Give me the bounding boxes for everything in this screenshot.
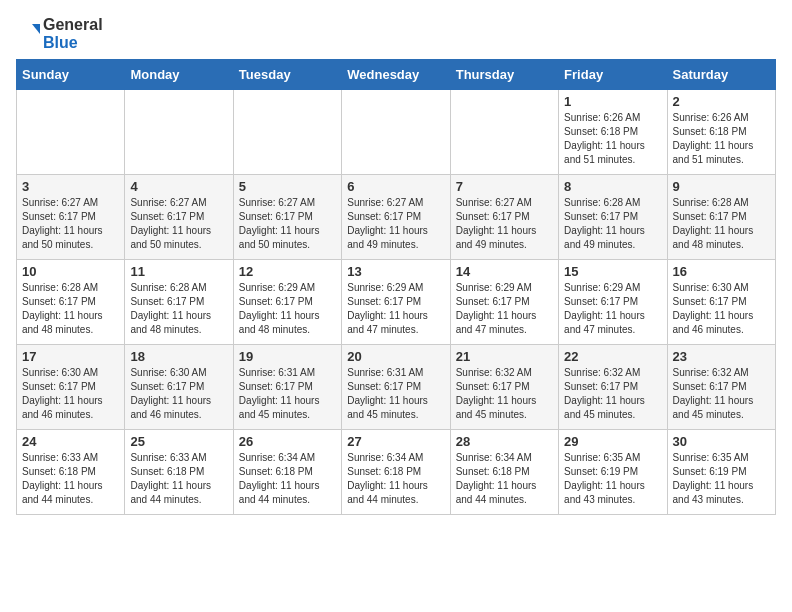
day-number: 14 [456, 264, 553, 279]
day-info: Sunrise: 6:32 AM Sunset: 6:17 PM Dayligh… [673, 366, 770, 422]
calendar-cell: 10Sunrise: 6:28 AM Sunset: 6:17 PM Dayli… [17, 260, 125, 345]
day-info: Sunrise: 6:29 AM Sunset: 6:17 PM Dayligh… [564, 281, 661, 337]
day-info: Sunrise: 6:29 AM Sunset: 6:17 PM Dayligh… [239, 281, 336, 337]
day-info: Sunrise: 6:30 AM Sunset: 6:17 PM Dayligh… [673, 281, 770, 337]
calendar-cell: 29Sunrise: 6:35 AM Sunset: 6:19 PM Dayli… [559, 430, 667, 515]
weekday-header-wednesday: Wednesday [342, 60, 450, 90]
day-number: 2 [673, 94, 770, 109]
calendar-cell: 25Sunrise: 6:33 AM Sunset: 6:18 PM Dayli… [125, 430, 233, 515]
day-info: Sunrise: 6:35 AM Sunset: 6:19 PM Dayligh… [673, 451, 770, 507]
svg-rect-0 [16, 22, 34, 44]
calendar-cell: 15Sunrise: 6:29 AM Sunset: 6:17 PM Dayli… [559, 260, 667, 345]
calendar-cell: 6Sunrise: 6:27 AM Sunset: 6:17 PM Daylig… [342, 175, 450, 260]
calendar-cell: 1Sunrise: 6:26 AM Sunset: 6:18 PM Daylig… [559, 90, 667, 175]
weekday-header-tuesday: Tuesday [233, 60, 341, 90]
day-info: Sunrise: 6:34 AM Sunset: 6:18 PM Dayligh… [347, 451, 444, 507]
calendar-cell: 5Sunrise: 6:27 AM Sunset: 6:17 PM Daylig… [233, 175, 341, 260]
calendar-cell: 16Sunrise: 6:30 AM Sunset: 6:17 PM Dayli… [667, 260, 775, 345]
day-info: Sunrise: 6:28 AM Sunset: 6:17 PM Dayligh… [673, 196, 770, 252]
day-number: 10 [22, 264, 119, 279]
day-info: Sunrise: 6:30 AM Sunset: 6:17 PM Dayligh… [22, 366, 119, 422]
day-number: 29 [564, 434, 661, 449]
day-number: 13 [347, 264, 444, 279]
calendar-cell: 2Sunrise: 6:26 AM Sunset: 6:18 PM Daylig… [667, 90, 775, 175]
day-info: Sunrise: 6:35 AM Sunset: 6:19 PM Dayligh… [564, 451, 661, 507]
day-number: 12 [239, 264, 336, 279]
day-number: 23 [673, 349, 770, 364]
day-info: Sunrise: 6:26 AM Sunset: 6:18 PM Dayligh… [564, 111, 661, 167]
calendar-week-row: 17Sunrise: 6:30 AM Sunset: 6:17 PM Dayli… [17, 345, 776, 430]
calendar-cell: 30Sunrise: 6:35 AM Sunset: 6:19 PM Dayli… [667, 430, 775, 515]
day-number: 24 [22, 434, 119, 449]
calendar-cell [125, 90, 233, 175]
calendar-cell: 19Sunrise: 6:31 AM Sunset: 6:17 PM Dayli… [233, 345, 341, 430]
day-info: Sunrise: 6:33 AM Sunset: 6:18 PM Dayligh… [130, 451, 227, 507]
day-info: Sunrise: 6:28 AM Sunset: 6:17 PM Dayligh… [22, 281, 119, 337]
day-info: Sunrise: 6:34 AM Sunset: 6:18 PM Dayligh… [239, 451, 336, 507]
day-number: 30 [673, 434, 770, 449]
calendar-cell [233, 90, 341, 175]
day-info: Sunrise: 6:31 AM Sunset: 6:17 PM Dayligh… [239, 366, 336, 422]
calendar-cell: 9Sunrise: 6:28 AM Sunset: 6:17 PM Daylig… [667, 175, 775, 260]
day-info: Sunrise: 6:27 AM Sunset: 6:17 PM Dayligh… [456, 196, 553, 252]
calendar-cell: 8Sunrise: 6:28 AM Sunset: 6:17 PM Daylig… [559, 175, 667, 260]
day-number: 7 [456, 179, 553, 194]
day-info: Sunrise: 6:33 AM Sunset: 6:18 PM Dayligh… [22, 451, 119, 507]
weekday-header-saturday: Saturday [667, 60, 775, 90]
day-number: 20 [347, 349, 444, 364]
weekday-header-thursday: Thursday [450, 60, 558, 90]
day-number: 25 [130, 434, 227, 449]
day-info: Sunrise: 6:27 AM Sunset: 6:17 PM Dayligh… [239, 196, 336, 252]
calendar-cell: 24Sunrise: 6:33 AM Sunset: 6:18 PM Dayli… [17, 430, 125, 515]
logo: General Blue [16, 16, 103, 51]
weekday-header-row: SundayMondayTuesdayWednesdayThursdayFrid… [17, 60, 776, 90]
calendar-cell: 13Sunrise: 6:29 AM Sunset: 6:17 PM Dayli… [342, 260, 450, 345]
day-info: Sunrise: 6:29 AM Sunset: 6:17 PM Dayligh… [347, 281, 444, 337]
calendar-week-row: 1Sunrise: 6:26 AM Sunset: 6:18 PM Daylig… [17, 90, 776, 175]
day-number: 16 [673, 264, 770, 279]
calendar-cell: 18Sunrise: 6:30 AM Sunset: 6:17 PM Dayli… [125, 345, 233, 430]
day-number: 11 [130, 264, 227, 279]
day-info: Sunrise: 6:26 AM Sunset: 6:18 PM Dayligh… [673, 111, 770, 167]
svg-marker-1 [32, 24, 40, 34]
page-header: General Blue [16, 16, 776, 51]
calendar-cell [342, 90, 450, 175]
calendar-cell: 14Sunrise: 6:29 AM Sunset: 6:17 PM Dayli… [450, 260, 558, 345]
calendar-table: SundayMondayTuesdayWednesdayThursdayFrid… [16, 59, 776, 515]
day-info: Sunrise: 6:31 AM Sunset: 6:17 PM Dayligh… [347, 366, 444, 422]
calendar-cell: 4Sunrise: 6:27 AM Sunset: 6:17 PM Daylig… [125, 175, 233, 260]
day-number: 15 [564, 264, 661, 279]
day-info: Sunrise: 6:27 AM Sunset: 6:17 PM Dayligh… [347, 196, 444, 252]
day-info: Sunrise: 6:32 AM Sunset: 6:17 PM Dayligh… [456, 366, 553, 422]
calendar-cell: 22Sunrise: 6:32 AM Sunset: 6:17 PM Dayli… [559, 345, 667, 430]
day-info: Sunrise: 6:32 AM Sunset: 6:17 PM Dayligh… [564, 366, 661, 422]
day-number: 27 [347, 434, 444, 449]
calendar-cell: 26Sunrise: 6:34 AM Sunset: 6:18 PM Dayli… [233, 430, 341, 515]
day-info: Sunrise: 6:27 AM Sunset: 6:17 PM Dayligh… [130, 196, 227, 252]
day-number: 6 [347, 179, 444, 194]
calendar-cell: 27Sunrise: 6:34 AM Sunset: 6:18 PM Dayli… [342, 430, 450, 515]
calendar-cell: 23Sunrise: 6:32 AM Sunset: 6:17 PM Dayli… [667, 345, 775, 430]
calendar-cell: 28Sunrise: 6:34 AM Sunset: 6:18 PM Dayli… [450, 430, 558, 515]
day-number: 26 [239, 434, 336, 449]
day-number: 19 [239, 349, 336, 364]
day-number: 5 [239, 179, 336, 194]
day-number: 17 [22, 349, 119, 364]
day-number: 9 [673, 179, 770, 194]
logo-icon [16, 22, 40, 46]
calendar-cell: 17Sunrise: 6:30 AM Sunset: 6:17 PM Dayli… [17, 345, 125, 430]
day-number: 4 [130, 179, 227, 194]
calendar-week-row: 24Sunrise: 6:33 AM Sunset: 6:18 PM Dayli… [17, 430, 776, 515]
day-number: 3 [22, 179, 119, 194]
day-number: 28 [456, 434, 553, 449]
calendar-cell: 7Sunrise: 6:27 AM Sunset: 6:17 PM Daylig… [450, 175, 558, 260]
logo-text: General Blue [16, 16, 103, 51]
calendar-cell: 20Sunrise: 6:31 AM Sunset: 6:17 PM Dayli… [342, 345, 450, 430]
day-number: 22 [564, 349, 661, 364]
day-number: 21 [456, 349, 553, 364]
day-info: Sunrise: 6:34 AM Sunset: 6:18 PM Dayligh… [456, 451, 553, 507]
day-number: 18 [130, 349, 227, 364]
calendar-cell [450, 90, 558, 175]
day-number: 8 [564, 179, 661, 194]
day-number: 1 [564, 94, 661, 109]
